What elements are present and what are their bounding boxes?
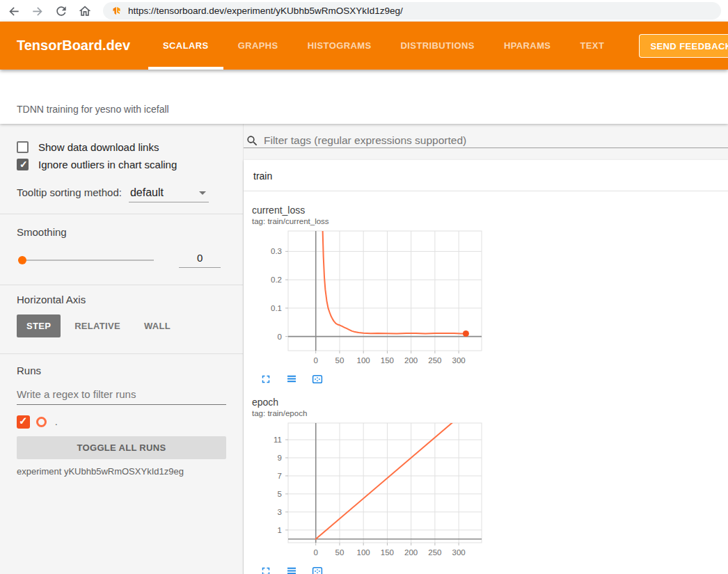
ignore-outliers-checkbox[interactable]: Ignore outliers in chart scaling (17, 159, 226, 170)
slider-thumb[interactable] (18, 256, 26, 264)
axis-step-button[interactable]: STEP (17, 314, 61, 337)
chart-title: current_loss (252, 205, 491, 216)
tooltip-sorting-label: Tooltip sorting method: (17, 186, 122, 198)
experiment-description: TDNN training for yesno with icefall (17, 104, 169, 115)
line-chart[interactable]: 05010015020025030000.10.20.3 (252, 229, 486, 368)
runs-regex-input[interactable] (17, 387, 226, 405)
svg-text:1: 1 (278, 526, 282, 534)
brand-title: TensorBoard.dev (0, 38, 148, 54)
forward-icon[interactable] (31, 4, 45, 18)
axis-relative-button[interactable]: RELATIVE (65, 314, 130, 337)
address-bar[interactable]: https://tensorboard.dev/experiment/yKUbh… (103, 2, 721, 19)
svg-text:0: 0 (278, 333, 282, 341)
axis-wall-button[interactable]: WALL (134, 314, 180, 337)
svg-text:250: 250 (428, 356, 441, 365)
svg-text:200: 200 (404, 356, 418, 365)
run-checkbox-checked-icon[interactable] (17, 415, 30, 429)
checkbox-label: Ignore outliers in chart scaling (38, 159, 177, 170)
app-header: TensorBoard.dev SCALARS GRAPHS HISTOGRAM… (0, 22, 728, 70)
svg-text:3: 3 (278, 508, 282, 516)
svg-text:50: 50 (335, 548, 345, 557)
checkbox-unchecked-icon[interactable] (17, 141, 29, 153)
svg-text:0.2: 0.2 (271, 276, 282, 284)
tab-distributions[interactable]: DISTRIBUTIONS (386, 22, 489, 70)
home-icon[interactable] (78, 4, 92, 18)
svg-text:11: 11 (274, 436, 282, 444)
svg-text:300: 300 (452, 356, 466, 365)
settings-sidebar: Show data download links Ignore outliers… (0, 124, 244, 574)
run-name: . (55, 417, 58, 427)
svg-text:100: 100 (357, 548, 370, 557)
expand-chart-icon[interactable] (260, 373, 272, 385)
train-section-card: train current_loss tag: train/current_lo… (244, 160, 728, 574)
nav-tabs: SCALARS GRAPHS HISTOGRAMS DISTRIBUTIONS … (148, 22, 619, 70)
tab-hparams[interactable]: HPARAMS (489, 22, 566, 70)
tensorboard-favicon (111, 6, 122, 16)
svg-text:300: 300 (452, 548, 466, 557)
svg-text:50: 50 (335, 356, 345, 365)
search-icon (246, 134, 259, 148)
expand-chart-icon[interactable] (260, 565, 272, 574)
svg-text:9: 9 (278, 454, 282, 462)
svg-text:150: 150 (381, 548, 394, 557)
svg-text:200: 200 (404, 548, 418, 557)
fit-domain-icon[interactable] (311, 373, 324, 385)
runs-label: Runs (17, 365, 226, 376)
toggle-all-runs-button[interactable]: TOGGLE ALL RUNS (17, 436, 226, 459)
fit-domain-icon[interactable] (311, 565, 324, 574)
show-download-links-checkbox[interactable]: Show data download links (17, 141, 226, 153)
runs-selector-icon[interactable] (285, 565, 298, 574)
tooltip-sorting-dropdown[interactable]: default (129, 186, 209, 202)
chart-tag: tag: train/epoch (252, 409, 491, 417)
smoothing-slider[interactable] (18, 260, 154, 261)
tooltip-sorting-value: default (130, 186, 164, 198)
svg-text:0.3: 0.3 (271, 247, 282, 255)
tab-histograms[interactable]: HISTOGRAMS (293, 22, 386, 70)
tab-graphs[interactable]: GRAPHS (223, 22, 293, 70)
smoothing-value[interactable]: 0 (179, 252, 221, 268)
checkbox-checked-icon[interactable] (17, 159, 29, 170)
run-list-item[interactable]: . (17, 415, 226, 429)
svg-text:250: 250 (428, 548, 441, 557)
back-icon[interactable] (7, 4, 21, 18)
svg-text:150: 150 (381, 356, 394, 365)
reload-icon[interactable] (54, 4, 68, 18)
line-chart[interactable]: 0501001502002503001357911 (252, 421, 486, 560)
svg-text:0: 0 (314, 548, 318, 557)
main-panel: train current_loss tag: train/current_lo… (244, 124, 728, 574)
chart-current-loss: current_loss tag: train/current_loss 050… (252, 205, 491, 385)
svg-text:100: 100 (357, 356, 370, 365)
browser-toolbar: https://tensorboard.dev/experiment/yKUbh… (0, 0, 728, 22)
chart-tag: tag: train/current_loss (252, 217, 491, 225)
experiment-id-label: experiment yKUbhb5wRmOSXYkId1z9eg (17, 466, 226, 477)
svg-text:0: 0 (314, 356, 318, 365)
svg-text:0.1: 0.1 (271, 304, 282, 312)
tab-text[interactable]: TEXT (565, 22, 619, 70)
runs-selector-icon[interactable] (285, 373, 298, 385)
smoothing-label: Smoothing (17, 226, 226, 238)
send-feedback-button[interactable]: SEND FEEDBACK (639, 34, 728, 58)
checkbox-label: Show data download links (38, 141, 159, 153)
chart-epoch: epoch tag: train/epoch 05010015020025030… (252, 397, 491, 574)
url-text: https://tensorboard.dev/experiment/yKUbh… (128, 6, 403, 16)
tab-scalars[interactable]: SCALARS (148, 22, 223, 70)
train-section-header[interactable]: train (244, 160, 728, 191)
run-color-swatch-icon (36, 417, 47, 427)
chevron-down-icon (199, 191, 206, 195)
filter-tags-input[interactable] (264, 134, 728, 147)
experiment-subtitle-bar: TDNN training for yesno with icefall (0, 70, 728, 124)
svg-text:7: 7 (278, 472, 282, 480)
chart-title: epoch (252, 397, 491, 408)
svg-text:5: 5 (278, 490, 282, 498)
horizontal-axis-label: Horizontal Axis (17, 294, 226, 305)
